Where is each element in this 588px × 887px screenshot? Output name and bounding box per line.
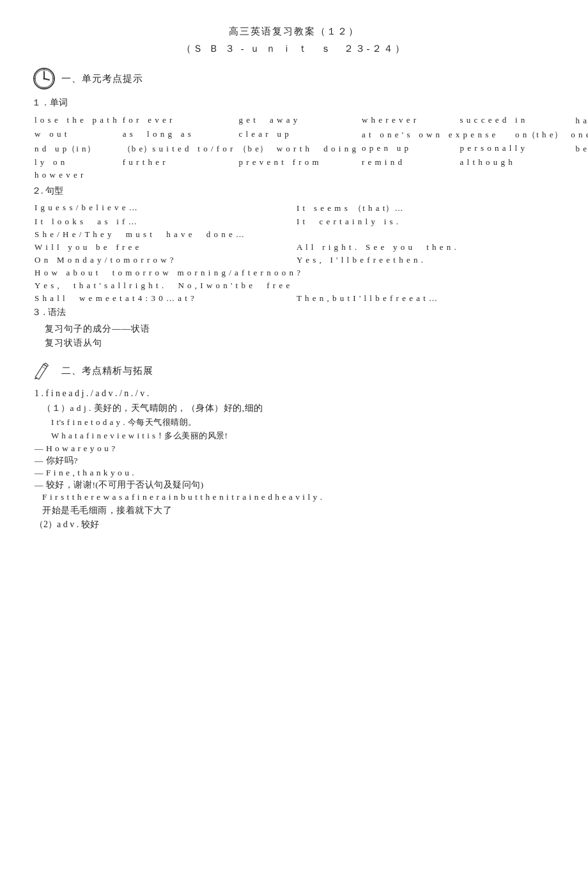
vocab-cell: b e u s e d t o（d o i n g） [573,142,588,156]
vocab-cell: p r e v e n t f r o m [236,156,359,169]
vocab-cell: f u r t h e r [120,156,236,169]
vocab-cell: h a d b e s t （d o） [573,114,588,128]
vocab-cell: s u c c e e d i n [458,114,573,128]
vocab-cell: （b e）s u i t e d t o / f o r [120,142,236,156]
sentence-row-3: W i l l y o u b e f r e e A l l r i g h … [32,242,556,253]
vocab-row-3: n d u p（i n） （b e）s u i t e d t o / f o … [32,142,588,156]
page-container: 高三英语复习教案（１２） （Ｓ Ｂ ３ - ｕ ｎ ｉ ｔ ｓ ２３-２４） 一… [32,26,556,530]
svg-line-9 [42,367,45,369]
vocab-cell: （b e） w o r t h d o i n g [236,142,359,156]
subsection1-label: １．单词 [32,97,556,109]
sentence-row-2: I t l o o k s a s i f … I t c e r t a i … [32,216,556,228]
word-entry-title-2: （2）a d v . 较好 [32,519,556,530]
vocab-row-4: l y o n f u r t h e r p r e v e n t f r … [32,156,588,169]
word-def-fine-cn: 开始是毛毛细雨，接着就下大了 [32,505,556,516]
vocab-cell: f o r e v e r [120,114,236,128]
vocab-cell: a l t h o u g h [458,156,573,169]
subsection2-label: ２. 句型 [32,185,556,197]
pen-icon [32,360,56,381]
vocab-cell: n d u p（i n） [32,142,120,156]
sentence-full-3: Y e s , t h a t ' s a l l r i g h t . N … [32,280,556,291]
dialog-line-3: — F i n e , t h a n k y o u . [32,468,556,478]
vocab-cell: r e m i n d [359,156,458,169]
vocab-cell: a t o n e ' s o w n e x p e n s e o n（t … [359,128,588,142]
svg-point-7 [35,78,36,79]
sentence-left-5: S h a l l w e m e e t a t 4 : 3 0 … a t … [32,293,294,304]
sentence-row-1: I g u e s s / b e l i e v e … I t s e e … [32,202,556,215]
subsection3-label: ３ . 语法 [32,307,556,318]
dialog-line-4: — 较好，谢谢!(不可用于否认句及疑问句) [32,479,556,491]
word-def-fine-example: F i r s t t h e r e w a s a f i n e r a … [32,492,556,502]
vocab-cell: w h e r e v e r [359,114,458,128]
sentence-block: I g u e s s / b e l i e v e … I t s e e … [32,202,556,304]
sentence-left-1: I g u e s s / b e l i e v e … [32,202,294,215]
vocab-cell: o p e n u p [359,142,458,156]
vocab-cell: w o u t [32,128,120,142]
vocab-table: l o s e t h e p a t h f o r e v e r g e … [32,114,588,181]
grammar-item-2: 复习状语从句 [32,337,556,349]
word-example-2: W h a t a f i n e v i e w i t i s！多么美丽的风… [32,430,556,442]
sentence-left-2: I t l o o k s a s i f … [32,216,294,228]
svg-point-6 [43,87,45,88]
clock-icon [32,66,56,91]
sentence-row-5: S h a l l w e m e e t a t 4 : 3 0 … a t … [32,293,556,304]
word-def-1: （１）a d j . 美好的，天气晴朗的，（身体）好的,细的 [32,403,556,414]
vocab-cell: g e t a w a y [236,114,359,128]
dialog-line-1: — H o w a r e y o u ? [32,444,556,454]
sentence-right-1: I t s e e m s （t h a t）… [294,202,556,215]
sentence-left-3: W i l l y o u b e f r e e [32,242,294,253]
grammar-item-1: 复习句子的成分——状语 [32,323,556,335]
word-entry-title-1: 1 . f i n e a d j . / a d v . / n . / v … [32,389,556,399]
vocab-row-1: l o s e t h e p a t h f o r e v e r g e … [32,114,588,128]
svg-point-5 [43,69,45,70]
sentence-full-2: H o w a b o u t t o m o r r o w m o r n … [32,267,556,279]
vocab-cell: l o s e t h e p a t h [32,114,120,128]
word-example-1: I t's f i n e t o d a y . 今每天气很晴朗。 [32,417,556,428]
main-title: 高三英语复习教案（１２） [32,26,556,38]
section1-header: 一、单元考点提示 [32,66,556,91]
vocab-row-2: w o u t a s l o n g a s c l e a r u p a … [32,128,588,142]
vocab-row-5: h o w e v e r [32,169,588,181]
sentence-right-5: T h e n , b u t I ' l l b e f r e e a t … [294,293,556,304]
section2-header: 二、考点精析与拓展 [32,360,556,381]
sentence-right-4: Y e s , I ' l l b e f r e e t h e n . [294,254,556,266]
sentence-left-4: O n M o n d a y / t o m o r r o w ? [32,254,294,266]
sentence-right-2: I t c e r t a i n l y i s . [294,216,556,228]
svg-point-4 [43,78,45,80]
dialog-line-2: — 你好吗? [32,455,556,467]
svg-point-8 [52,78,54,79]
sub-title: （Ｓ Ｂ ３ - ｕ ｎ ｉ ｔ ｓ ２３-２４） [32,43,556,55]
vocab-cell: c l e a r u p [236,128,359,142]
vocab-cell: h o w e v e r [32,169,120,181]
vocab-cell: p e r s o n a l l y [458,142,573,156]
sentence-row-4: O n M o n d a y / t o m o r r o w ? Y e … [32,254,556,266]
vocab-cell: a s l o n g a s [120,128,236,142]
sentence-full-1: S h e / H e / T h e y m u s t h a v e d … [32,229,556,240]
section1-title: 一、单元考点提示 [61,73,143,85]
sentence-right-3: A l l r i g h t . S e e y o u t h e n . [294,242,556,253]
vocab-cell: l y o n [32,156,120,169]
section2-title: 二、考点精析与拓展 [61,365,153,377]
